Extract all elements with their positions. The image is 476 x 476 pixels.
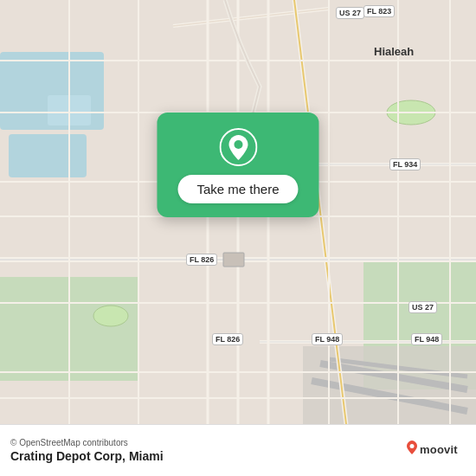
bottom-left-info: © OpenStreetMap contributors Crating Dep… [10, 438, 405, 463]
svg-point-39 [410, 444, 415, 448]
svg-point-38 [234, 140, 242, 149]
road-label-us27-top: US 27 [336, 7, 364, 19]
bottom-bar: © OpenStreetMap contributors Crating Dep… [0, 424, 476, 476]
road-label-fl948-right: FL 948 [411, 333, 442, 345]
road-label-fl823: FL 823 [363, 5, 395, 17]
road-label-fl934: FL 934 [389, 158, 421, 170]
map-container: US 27 FL 823 US 27 FL 934 FL 826 FL 826 … [0, 0, 476, 424]
road-label-fl826-top: FL 826 [186, 254, 217, 266]
moovit-logo: moovit [405, 439, 466, 463]
moovit-icon: moovit [405, 439, 466, 463]
location-name: Crating Depot Corp, Miami [10, 449, 405, 463]
osm-credit: © OpenStreetMap contributors [10, 438, 405, 447]
city-label-hialeah: Hialeah [374, 45, 414, 58]
svg-rect-2 [9, 134, 87, 177]
svg-text:moovit: moovit [420, 443, 458, 456]
road-label-us27-bot: US 27 [408, 301, 437, 313]
pin-icon [219, 128, 257, 166]
road-label-fl948-left: FL 948 [312, 333, 343, 345]
take-me-there-button[interactable]: Take me there [177, 175, 298, 203]
svg-rect-35 [223, 253, 244, 267]
svg-point-7 [93, 306, 128, 326]
popup-card: Take me there [157, 113, 318, 217]
road-label-fl826-bot: FL 826 [212, 333, 243, 345]
